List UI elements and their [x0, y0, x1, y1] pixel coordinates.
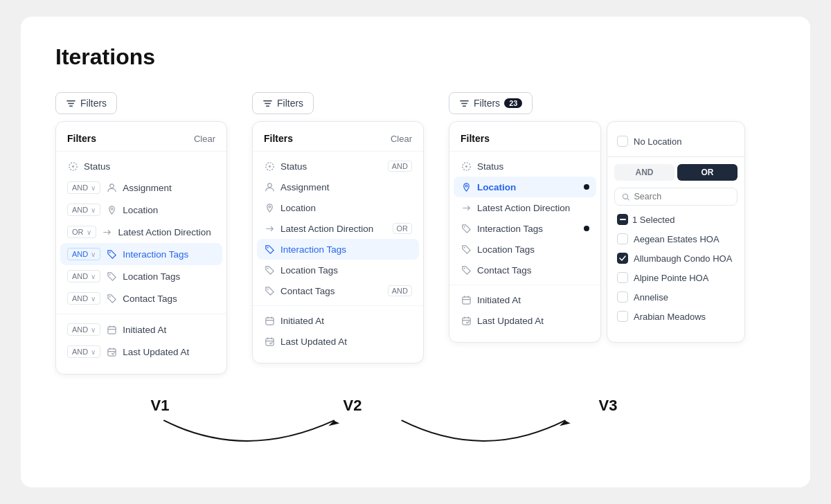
- list-item-aegean[interactable]: Aegean Estates HOA: [607, 229, 744, 249]
- v1-and-assignment[interactable]: AND ∨: [67, 181, 100, 194]
- v1-row-latest-action[interactable]: OR ∨ Latest Action Direction: [56, 221, 226, 243]
- v1-row-status[interactable]: Status: [56, 156, 226, 177]
- action-icon: [102, 226, 113, 237]
- v3-row-initiated-at[interactable]: Initiated At: [449, 289, 600, 310]
- v2-row-last-updated[interactable]: Last Updated At: [253, 331, 423, 352]
- svg-point-29: [465, 185, 467, 187]
- versions-row: V1 V2 V3: [55, 397, 776, 415]
- v2-row-latest-action[interactable]: Latest Action Direction OR: [253, 218, 423, 239]
- v2-row-interaction-tags[interactable]: Interaction Tags: [257, 239, 419, 260]
- v2-row-assignment[interactable]: Assignment: [253, 177, 423, 197]
- v3-filters-badge: 23: [504, 98, 522, 108]
- v1-row-initiated-at[interactable]: AND ∨ Initiated At: [56, 318, 226, 341]
- svg-rect-22: [265, 317, 273, 324]
- tag-icon-active-v2: [264, 244, 275, 255]
- svg-rect-33: [462, 296, 470, 303]
- v3-row-location-tags[interactable]: Location Tags: [449, 239, 600, 260]
- v3-row-location[interactable]: Location: [454, 177, 596, 197]
- svg-marker-38: [560, 420, 571, 426]
- svg-point-31: [463, 246, 465, 248]
- v3-row-latest-action[interactable]: Latest Action Direction: [449, 197, 600, 218]
- svg-point-19: [267, 246, 268, 248]
- calendar-icon: [106, 324, 117, 335]
- svg-point-30: [463, 226, 465, 227]
- tag-icon-active: [106, 249, 117, 260]
- v3-filters-button[interactable]: Filters 23: [449, 92, 533, 114]
- v1-panel-header: Filters Clear: [56, 133, 226, 152]
- v3-column: Filters 23 Filters Status: [449, 92, 745, 343]
- v3-and-or-row: AND OR: [607, 161, 744, 183]
- v3-row-status[interactable]: Status: [449, 156, 600, 177]
- v3-right-panel: No Location AND OR: [607, 121, 745, 343]
- svg-point-6: [111, 208, 113, 210]
- v1-row-assignment[interactable]: AND ∨ Assignment: [56, 177, 226, 199]
- v3-row-last-updated[interactable]: Last Updated At: [449, 310, 600, 331]
- checkbox-annelise[interactable]: [617, 291, 628, 303]
- v3-panel-header: Filters: [449, 133, 600, 152]
- list-item-arabian[interactable]: Arabian Meadows: [607, 307, 744, 326]
- person-icon-v2: [264, 181, 275, 192]
- v3-and-button[interactable]: AND: [614, 164, 674, 181]
- svg-point-18: [269, 206, 271, 208]
- tag-icon-contact: [106, 293, 117, 304]
- checkbox-aegean[interactable]: [617, 233, 628, 244]
- checkbox-allumbaugh[interactable]: [617, 253, 628, 264]
- v2-row-status[interactable]: Status AND: [253, 156, 423, 177]
- v1-row-location[interactable]: AND ∨ Location: [56, 199, 226, 221]
- v2-panel: Filters Clear Status AND Assignmen: [252, 121, 424, 363]
- v3-row-interaction-tags[interactable]: Interaction Tags: [449, 218, 600, 239]
- svg-point-9: [109, 296, 110, 297]
- tag-icon-v3-loc: [461, 244, 472, 255]
- page-container: Iterations Filters Filters Clear: [21, 17, 810, 487]
- v1-or-latest[interactable]: OR ∨: [67, 226, 96, 238]
- calendar-icon-v2: [264, 315, 275, 326]
- v3-panels-area: Filters Status Location: [449, 121, 745, 343]
- list-item-allumbaugh[interactable]: Allumbaugh Condo HOA: [607, 249, 744, 268]
- v1-and-contact-tags[interactable]: AND ∨: [67, 292, 100, 305]
- svg-point-16: [269, 165, 271, 168]
- v1-row-location-tags[interactable]: AND ∨ Location Tags: [56, 265, 226, 287]
- status-icon-v2: [264, 161, 275, 172]
- v2-clear-button[interactable]: Clear: [391, 134, 412, 144]
- v1-filters-button[interactable]: Filters: [55, 92, 117, 114]
- svg-point-28: [465, 165, 467, 168]
- deselect-all-checkbox[interactable]: [617, 214, 628, 225]
- v3-or-button[interactable]: OR: [677, 164, 738, 181]
- v2-filters-button[interactable]: Filters: [252, 92, 314, 114]
- tag-icon-loc: [106, 271, 117, 282]
- iterations-area: Filters Filters Clear Status AND ∨: [55, 92, 776, 375]
- v1-and-last-updated[interactable]: AND ∨: [67, 345, 100, 358]
- v1-row-last-updated[interactable]: AND ∨ Last Updated At: [56, 341, 226, 363]
- v3-search-input[interactable]: [634, 192, 730, 201]
- v2-row-initiated-at[interactable]: Initiated At: [253, 310, 423, 331]
- v1-clear-button[interactable]: Clear: [194, 134, 215, 144]
- interaction-tags-dot-badge: [584, 226, 589, 231]
- v2-row-location-tags[interactable]: Location Tags: [253, 260, 423, 280]
- tag-icon-v3-contact: [461, 264, 472, 276]
- v2-panel-title: Filters: [264, 133, 293, 144]
- search-icon: [622, 192, 630, 201]
- v3-row-contact-tags[interactable]: Contact Tags: [449, 260, 600, 280]
- v1-and-initiated[interactable]: AND ∨: [67, 323, 100, 336]
- checkbox-arabian[interactable]: [617, 311, 628, 322]
- calendar2-icon: [106, 346, 117, 357]
- status-icon-v3: [461, 161, 472, 172]
- v3-no-location-row[interactable]: No Location: [607, 130, 744, 152]
- calendar-icon-v3: [461, 294, 472, 305]
- v1-and-interaction[interactable]: AND ∨: [67, 248, 100, 260]
- list-item-alpine[interactable]: Alpine Pointe HOA: [607, 268, 744, 287]
- v1-row-contact-tags[interactable]: AND ∨ Contact Tags: [56, 287, 226, 309]
- v1-and-location-tags[interactable]: AND ∨: [67, 270, 100, 282]
- v1-row-interaction-tags[interactable]: AND ∨ Interaction Tags: [60, 243, 222, 265]
- v1-and-location[interactable]: AND ∨: [67, 204, 100, 216]
- v2-panel-header: Filters Clear: [253, 133, 423, 152]
- calendar2-icon-v3: [461, 315, 472, 326]
- tag-icon-v3-interact: [461, 223, 472, 234]
- action-icon-v3: [461, 202, 472, 213]
- checkbox-alpine[interactable]: [617, 272, 628, 283]
- svg-point-21: [267, 288, 268, 289]
- list-item-annelise[interactable]: Annelise: [607, 287, 744, 307]
- v2-row-location[interactable]: Location: [253, 197, 423, 218]
- no-location-checkbox[interactable]: [617, 136, 628, 147]
- v2-row-contact-tags[interactable]: Contact Tags AND: [253, 280, 423, 301]
